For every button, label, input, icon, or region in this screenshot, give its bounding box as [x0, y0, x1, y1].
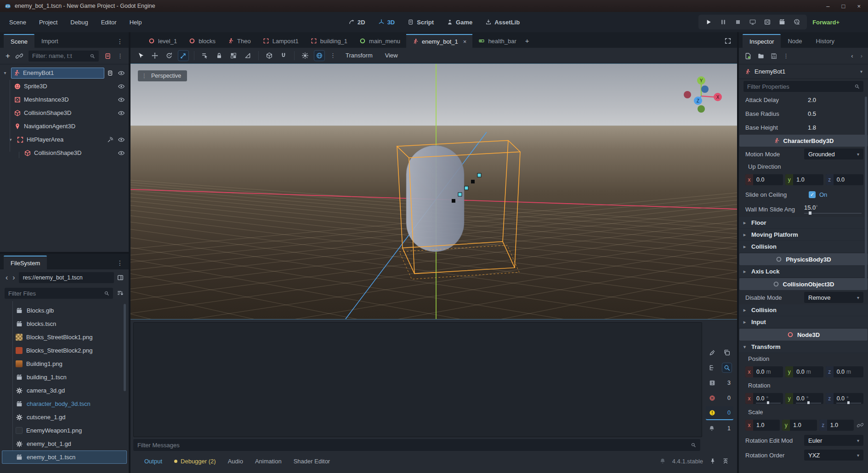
expand-viewport-icon[interactable]: [724, 37, 737, 48]
tab-scene[interactable]: Scene: [4, 34, 34, 48]
group-axis-lock[interactable]: ▸Axis Lock: [739, 266, 868, 278]
file-row[interactable]: Blocks_StreetBlock1.png: [0, 331, 129, 344]
x-field[interactable]: x0.0m: [745, 366, 783, 377]
scene-tab-lampost1[interactable]: Lampost1: [257, 34, 305, 48]
wall-min-slide-field[interactable]: 15.0°: [804, 204, 863, 215]
tab-3d[interactable]: 3D: [374, 17, 400, 28]
scene-tab-main-menu[interactable]: main_menu: [353, 34, 406, 48]
group-node-button[interactable]: [230, 52, 237, 59]
checkbox-checked[interactable]: ✓: [809, 191, 816, 198]
selected-node[interactable]: EnemyBot1: [11, 68, 104, 79]
local-space-button[interactable]: [266, 52, 273, 59]
slider-thumb[interactable]: [809, 211, 811, 215]
file-row[interactable]: enemy_bot_1.gd: [0, 437, 129, 450]
badge-messages[interactable]: 3: [706, 376, 733, 390]
scene-tab-building-1[interactable]: building_1: [305, 34, 353, 48]
minimize-button[interactable]: –: [826, 3, 829, 10]
clear-output-button[interactable]: [709, 349, 716, 356]
tab-animation[interactable]: Animation: [250, 456, 287, 467]
badge-info[interactable]: 1: [706, 422, 733, 435]
group-collision[interactable]: ▸Collision: [739, 241, 868, 253]
scene-tree-menu-icon[interactable]: ⋮: [117, 52, 123, 59]
collapse-tree-button[interactable]: [709, 364, 716, 371]
new-scene-tab-button[interactable]: +: [522, 37, 534, 48]
visibility-eye-icon[interactable]: [118, 96, 125, 103]
visibility-eye-icon[interactable]: [118, 69, 125, 77]
group-moving-platform[interactable]: ▸Moving Platform: [739, 229, 868, 241]
notifications-muted-icon[interactable]: [659, 458, 666, 464]
add-node-button[interactable]: +: [6, 51, 10, 61]
group-floor[interactable]: ▸Floor: [739, 217, 868, 229]
preview-sun-button[interactable]: [301, 52, 309, 59]
tab-history[interactable]: History: [809, 34, 841, 48]
history-forward-button[interactable]: ›: [861, 52, 862, 59]
file-row[interactable]: Blocks.glb: [0, 304, 129, 317]
badge-errors[interactable]: 0: [706, 391, 733, 405]
tree-row-navigationagent3d[interactable]: NavigationAgent3D: [0, 120, 129, 133]
nav-back-button[interactable]: ‹: [5, 274, 9, 282]
scene-tab-level-1[interactable]: level_1: [142, 34, 183, 48]
tab-audio[interactable]: Audio: [222, 456, 249, 467]
scene-tab-blocks[interactable]: blocks: [183, 34, 221, 48]
z-field[interactable]: z0.0m: [826, 366, 863, 377]
x-field[interactable]: x0.0°: [745, 393, 783, 404]
menu-scene[interactable]: Scene: [5, 17, 31, 28]
signal-connection-icon[interactable]: [107, 137, 113, 143]
slider-thumb[interactable]: [767, 401, 769, 404]
output-log-area[interactable]: [133, 322, 702, 437]
scene-tab-enemy-bot-1[interactable]: enemy_bot_1×: [406, 34, 472, 48]
load-resource-button[interactable]: [757, 52, 765, 60]
tab-node[interactable]: Node: [781, 34, 809, 48]
menu-debug[interactable]: Debug: [66, 17, 92, 28]
visibility-eye-icon[interactable]: [118, 83, 125, 90]
file-row[interactable]: character_body_3d.tscn: [0, 397, 129, 410]
ruler-tool-button[interactable]: [244, 52, 251, 59]
category-physicsbody3d[interactable]: PhysicsBody3D: [739, 253, 868, 265]
edited-node-selector[interactable]: EnemyBot1 ▾: [739, 64, 868, 79]
tree-row-meshinstance3d[interactable]: MeshInstance3D: [0, 93, 129, 106]
preview-environment-button[interactable]: [314, 51, 324, 61]
badge-warnings[interactable]: 0: [706, 406, 733, 420]
perspective-button[interactable]: ⋮ Perspective: [138, 70, 187, 81]
move-tool-button[interactable]: [151, 52, 159, 59]
expand-panel-button[interactable]: [722, 458, 729, 464]
remote-debug-button[interactable]: [749, 18, 756, 26]
nav-forward-button[interactable]: ›: [11, 274, 16, 282]
scrollbar[interactable]: [865, 97, 867, 290]
snap-toggle-button[interactable]: [280, 52, 287, 59]
3d-viewport[interactable]: ⋮ Perspective Y X Z: [130, 63, 737, 319]
group-transform[interactable]: ▾Transform: [739, 341, 868, 353]
y-field[interactable]: y1.0: [785, 174, 823, 185]
value-field[interactable]: 2.0: [804, 97, 816, 103]
y-field[interactable]: y0.0°: [785, 393, 823, 404]
slider-track[interactable]: [796, 403, 821, 404]
sun-environment-menu-icon[interactable]: ⋮: [330, 52, 336, 59]
view-menu[interactable]: View: [382, 52, 401, 59]
menu-project[interactable]: Project: [34, 17, 62, 28]
file-row[interactable]: cutscene_1.gd: [0, 410, 129, 424]
z-field[interactable]: z1.0: [819, 420, 854, 431]
rotate-tool-button[interactable]: [165, 52, 173, 59]
tab-shader-editor[interactable]: Shader Editor: [288, 456, 336, 467]
rotation-edit-mode-dropdown[interactable]: Euler ▾: [804, 435, 863, 446]
slider-track[interactable]: [804, 213, 862, 214]
tab-script[interactable]: Script: [403, 17, 438, 28]
slider-track[interactable]: [836, 403, 861, 404]
panel-menu-icon[interactable]: ⋮: [117, 38, 129, 48]
list-select-button[interactable]: [201, 52, 209, 59]
select-tool-button[interactable]: [137, 52, 144, 59]
category-collisionobject3d[interactable]: CollisionObject3D: [739, 278, 868, 290]
play-scene-button[interactable]: [764, 18, 771, 26]
message-filter-input[interactable]: Filter Messages: [133, 439, 700, 451]
tab-game[interactable]: Game: [442, 17, 477, 28]
collapse-icon[interactable]: ▾: [7, 137, 14, 142]
history-back-button[interactable]: ‹: [851, 52, 853, 59]
slider-track[interactable]: [756, 403, 781, 404]
new-resource-button[interactable]: [744, 52, 752, 60]
search-output-button[interactable]: [722, 363, 732, 372]
tab-debugger[interactable]: Debugger (2): [169, 456, 221, 467]
sort-files-button[interactable]: [117, 290, 124, 297]
file-row[interactable]: Building1.png: [0, 357, 129, 370]
tab-assetlib[interactable]: AssetLib: [481, 17, 524, 28]
group-collision-2[interactable]: ▸Collision: [739, 304, 868, 316]
